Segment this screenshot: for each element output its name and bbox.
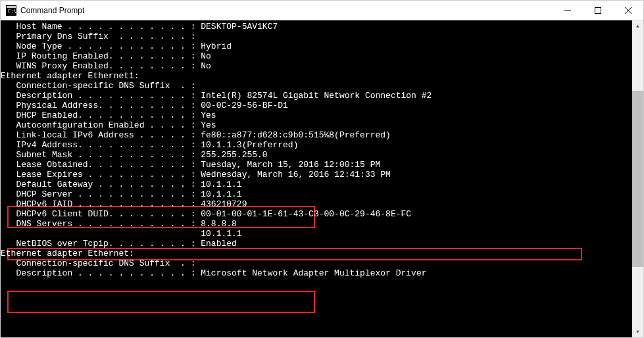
line-conn-suffix2: Connection-specific DNS Suffix . : (1, 258, 643, 268)
dhcp-enabled-label: DHCP Enabled. . . . . . . . . . . : (1, 110, 201, 120)
node-type-value: Hybrid (201, 41, 232, 51)
linklocal-label: Link-local IPv6 Address . . . . . : (1, 130, 201, 140)
dhcpv6-iaid-label: DHCPv6 IAID . . . . . . . . . . . : (1, 199, 201, 209)
line-dhcpv6-duid: DHCPv6 Client DUID. . . . . . . . : 00-0… (1, 209, 643, 219)
line-lease-obtained: Lease Obtained. . . . . . . . . . : Tues… (1, 160, 643, 170)
line-dns: DNS Servers . . . . . . . . . . . : 8.8.… (1, 219, 643, 229)
netbios-value: Enabled (201, 239, 237, 249)
line-description2: Description . . . . . . . . . . . : Micr… (1, 268, 643, 278)
close-button[interactable] (613, 1, 643, 20)
description2-value: Microsoft Network Adapter Multiplexor Dr… (201, 268, 426, 278)
conn-suffix2-label: Connection-specific DNS Suffix . : (1, 258, 195, 268)
line-dhcp-server: DHCP Server . . . . . . . . . . . : 10.1… (1, 189, 643, 199)
line-dhcpv6-iaid: DHCPv6 IAID . . . . . . . . . . . : 4362… (1, 199, 643, 209)
titlebar[interactable]: C:\ Command Prompt (1, 1, 643, 20)
line-ip-routing: IP Routing Enabled. . . . . . . . : No (1, 51, 643, 61)
gateway-label: Default Gateway . . . . . . . . . : (1, 180, 201, 189)
scroll-down-button[interactable]: ▼ (632, 326, 643, 337)
line-adapter2-header: Ethernet adapter Ethernet: (1, 249, 643, 258)
dns-label: DNS Servers . . . . . . . . . . . : (1, 219, 201, 229)
svg-rect-1 (7, 6, 16, 8)
line-lease-expires: Lease Expires . . . . . . . . . . : Wedn… (1, 170, 643, 180)
minimize-button[interactable] (553, 1, 583, 20)
line-netbios: NetBIOS over Tcpip. . . . . . . . : Enab… (1, 239, 643, 249)
lease-exp-value: Wednesday, March 16, 2016 12:41:33 PM (201, 170, 391, 180)
wins-proxy-label: WINS Proxy Enabled. . . . . . . . : (1, 61, 201, 71)
dns-value1: 8.8.8.8 (201, 219, 237, 229)
line-linklocal: Link-local IPv6 Address . . . . . : fe80… (1, 130, 643, 140)
line-primary-dns: Primary Dns Suffix . . . . . . . : (1, 32, 643, 41)
lease-obt-value: Tuesday, March 15, 2016 12:00:15 PM (201, 160, 380, 170)
ipv4-value: 10.1.1.3(Preferred) (201, 140, 298, 150)
line-autoconfig: Autoconfiguration Enabled . . . . : Yes (1, 120, 643, 130)
window-title: Command Prompt (20, 6, 553, 15)
primary-dns-label: Primary Dns Suffix . . . . . . . : (1, 32, 195, 41)
autoconfig-value: Yes (201, 120, 216, 130)
svg-text:C:\: C:\ (8, 9, 16, 14)
ipv4-label: IPv4 Address. . . . . . . . . . . : (1, 140, 201, 150)
ip-routing-value: No (201, 51, 211, 61)
line-ipv4: IPv4 Address. . . . . . . . . . . : 10.1… (1, 140, 643, 150)
dhcpv6-duid-value: 00-01-00-01-1E-61-43-C3-00-0C-29-46-8E-F… (201, 209, 411, 219)
description1-value: Intel(R) 82574L Gigabit Network Connecti… (201, 91, 432, 101)
dhcpv6-duid-label: DHCPv6 Client DUID. . . . . . . . : (1, 209, 201, 219)
physaddr-label: Physical Address. . . . . . . . . : (1, 101, 201, 110)
lease-exp-label: Lease Expires . . . . . . . . . . : (1, 170, 201, 180)
cmd-icon: C:\ (6, 5, 16, 16)
node-type-label: Node Type . . . . . . . . . . . . : (1, 41, 201, 51)
netbios-label: NetBIOS over Tcpip. . . . . . . . : (1, 239, 201, 249)
line-adapter1-header: Ethernet adapter Ethernet1: (1, 71, 643, 81)
physaddr-value: 00-0C-29-56-BF-D1 (201, 101, 288, 110)
dhcp-server-value: 10.1.1.1 (201, 189, 241, 199)
autoconfig-label: Autoconfiguration Enabled . . . . : (1, 120, 201, 130)
terminal-output[interactable]: Host Name . . . . . . . . . . . . : DESK… (1, 20, 643, 337)
line-node-type: Node Type . . . . . . . . . . . . : Hybr… (1, 41, 643, 51)
dhcpv6-iaid-value: 436210729 (201, 199, 247, 209)
window-controls (553, 1, 643, 20)
dhcp-enabled-value: Yes (201, 110, 216, 120)
description1-label: Description . . . . . . . . . . . : (1, 91, 201, 101)
wins-proxy-value: No (201, 61, 211, 71)
lease-obt-label: Lease Obtained. . . . . . . . . . : (1, 160, 201, 170)
line-physaddr: Physical Address. . . . . . . . . : 00-0… (1, 101, 643, 110)
dns-value2: 10.1.1.1 (201, 229, 241, 239)
line-dns-cont: 10.1.1.1 (1, 229, 643, 239)
conn-suffix1-label: Connection-specific DNS Suffix . : (1, 81, 195, 91)
command-prompt-window: C:\ Command Prompt Host Name . . . . . .… (0, 0, 644, 338)
line-host-name: Host Name . . . . . . . . . . . . : DESK… (1, 22, 643, 32)
subnet-value: 255.255.255.0 (201, 150, 267, 160)
host-name-value: DESKTOP-5AV1KC7 (201, 22, 278, 32)
description2-label: Description . . . . . . . . . . . : (1, 268, 201, 278)
line-conn-suffix1: Connection-specific DNS Suffix . : (1, 81, 643, 91)
linklocal-value: fe80::a877:d628:c9b0:515%8(Preferred) (201, 130, 391, 140)
host-name-label: Host Name . . . . . . . . . . . . : (1, 22, 201, 32)
dhcp-server-label: DHCP Server . . . . . . . . . . . : (1, 189, 201, 199)
maximize-button[interactable] (583, 1, 613, 20)
gateway-value: 10.1.1.1 (201, 180, 241, 189)
line-subnet: Subnet Mask . . . . . . . . . . . : 255.… (1, 150, 643, 160)
subnet-label: Subnet Mask . . . . . . . . . . . : (1, 150, 201, 160)
highlight-dns-servers (7, 291, 315, 313)
svg-rect-4 (595, 7, 601, 13)
line-wins-proxy: WINS Proxy Enabled. . . . . . . . : No (1, 61, 643, 71)
line-description1: Description . . . . . . . . . . . : Inte… (1, 91, 643, 101)
line-gateway: Default Gateway . . . . . . . . . : 10.1… (1, 180, 643, 189)
line-dhcp-enabled: DHCP Enabled. . . . . . . . . . . : Yes (1, 110, 643, 120)
dns-cont-label (1, 229, 201, 239)
ip-routing-label: IP Routing Enabled. . . . . . . . : (1, 51, 201, 61)
